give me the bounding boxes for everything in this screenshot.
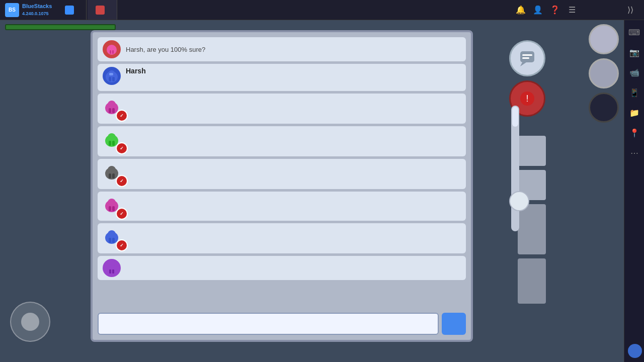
svg-text:!: ! (526, 94, 528, 104)
svg-rect-8 (109, 73, 113, 75)
svg-point-10 (108, 101, 116, 109)
svg-rect-27 (109, 238, 111, 243)
svg-point-18 (108, 166, 116, 174)
voted-stamp-harsh: ✓ (116, 239, 128, 251)
svg-rect-16 (112, 141, 115, 146)
svg-rect-3 (112, 50, 114, 54)
vote-notification-breenus: ✓ (98, 126, 466, 156)
svg-point-26 (108, 230, 116, 238)
minimize-button[interactable] (584, 6, 593, 15)
chat-input-row (98, 313, 466, 335)
joystick[interactable] (10, 302, 50, 342)
svg-rect-32 (112, 269, 114, 274)
among-tab-icon (96, 6, 105, 15)
help-button[interactable] (628, 344, 642, 358)
chat-content-prev: Harsh, are you 100% sure? (126, 46, 461, 53)
svg-rect-11 (109, 108, 111, 113)
game-overlay-buttons (589, 24, 619, 123)
svg-rect-20 (112, 173, 115, 178)
bluestacks-icon: BS (5, 3, 19, 17)
svg-point-22 (108, 199, 116, 207)
chat-message-prev: Harsh, are you 100% sure? (98, 37, 466, 61)
sidebar-more-icon[interactable]: ⋯ (626, 145, 642, 161)
chat-content-twinaces (130, 195, 461, 196)
svg-point-30 (109, 263, 115, 269)
chat-scrollbar-track[interactable] (511, 106, 519, 231)
joystick-control[interactable] (10, 302, 50, 342)
tab-among-us[interactable] (88, 0, 117, 20)
svg-rect-24 (112, 206, 115, 211)
window-controls (584, 6, 619, 15)
svg-rect-35 (522, 54, 532, 56)
avatar-pink (103, 40, 121, 58)
svg-rect-31 (109, 269, 111, 274)
voted-stamp-ethan: ✓ (116, 175, 128, 187)
send-button[interactable] (442, 313, 466, 335)
close-button[interactable] (610, 6, 619, 15)
panel-area-1 (518, 136, 546, 166)
topbar-right-controls: 🔔 👤 ❓ ☰ ⟩⟩ (515, 5, 644, 16)
maximize-button[interactable] (597, 6, 606, 15)
settings-button[interactable] (589, 24, 619, 54)
avatar-jerome (103, 259, 121, 277)
chat-message-jerome (98, 256, 466, 280)
voted-stamp-breenus: ✓ (116, 142, 128, 154)
panel-area-4 (518, 258, 546, 304)
chat-message-harsh: Harsh (98, 64, 466, 91)
svg-rect-28 (112, 238, 115, 243)
svg-marker-34 (520, 62, 526, 66)
sidebar-screenshot-icon[interactable]: 📷 (626, 44, 642, 60)
meeting-chat-modal: Harsh, are you 100% sure? Harsh (91, 30, 473, 342)
menu-icon[interactable]: ☰ (567, 5, 578, 16)
right-sidebar: ⌨ 📷 📹 📱 📁 📍 ⋯ (624, 20, 644, 362)
svg-rect-36 (522, 57, 529, 59)
sidebar-keyboard-icon[interactable]: ⌨ (626, 24, 642, 40)
sidebar-shakephone-icon[interactable]: 📱 (626, 84, 642, 101)
chat-bubble-button[interactable] (509, 40, 545, 76)
voted-avatar-twinaces-chat: ✓ (103, 196, 125, 218)
voted-stamp-twinaces2: ✓ (116, 208, 128, 220)
scroll-circle-button[interactable] (509, 191, 529, 211)
voted-avatar-ethan: ✓ (103, 163, 125, 185)
sidebar-toggle-icon[interactable]: ⟩⟩ (625, 5, 636, 16)
bluestacks-version: BlueStacks4.240.0.1075 (22, 3, 52, 16)
chat-input[interactable] (98, 313, 439, 335)
svg-rect-33 (520, 51, 534, 62)
vote-notification-ethan: ✓ (98, 159, 466, 189)
sidebar-location-icon[interactable]: 📍 (626, 125, 642, 141)
chat-input-section (98, 311, 466, 335)
svg-rect-19 (109, 173, 111, 178)
svg-rect-7 (112, 77, 115, 81)
sidebar-record-icon[interactable]: 📹 (626, 64, 642, 80)
vote-notification-harsh: ✓ (98, 223, 466, 253)
tasks-label (5, 24, 116, 30)
chat-text-prev: Harsh, are you 100% sure? (126, 46, 461, 53)
svg-rect-12 (112, 108, 115, 113)
svg-rect-6 (109, 77, 111, 81)
sound-button[interactable] (589, 58, 619, 88)
svg-rect-15 (109, 141, 111, 146)
voted-stamp-twinaces: ✓ (116, 110, 128, 122)
panel-area-3 (518, 204, 546, 254)
help-icon[interactable]: ❓ (549, 5, 560, 16)
avatar-harsh (103, 67, 121, 85)
tab-home[interactable] (57, 0, 87, 20)
svg-rect-23 (109, 206, 111, 211)
tab-bar (57, 0, 117, 20)
sidebar-folder-icon[interactable]: 📁 (626, 105, 642, 121)
total-tasks-bar (5, 24, 116, 30)
chat-scroll-area[interactable]: Harsh, are you 100% sure? Harsh (98, 37, 466, 308)
svg-point-14 (108, 133, 116, 141)
bluestacks-logo: BS BlueStacks4.240.0.1075 (0, 3, 57, 17)
chat-scrollbar-thumb[interactable] (512, 107, 518, 127)
bluestacks-topbar: BS BlueStacks4.240.0.1075 🔔 👤 ❓ ☰ ⟩⟩ (0, 0, 644, 20)
notification-icon[interactable]: 🔔 (515, 5, 526, 16)
chat-message-twinaces: ✓ (98, 192, 466, 221)
chat-name-harsh: Harsh (126, 67, 461, 75)
joystick-inner (21, 313, 39, 331)
svg-rect-2 (110, 50, 111, 54)
mask-button[interactable] (589, 93, 619, 123)
voted-avatar-harsh: ✓ (103, 227, 125, 249)
account-icon[interactable]: 👤 (532, 5, 543, 16)
home-tab-icon (65, 6, 74, 15)
